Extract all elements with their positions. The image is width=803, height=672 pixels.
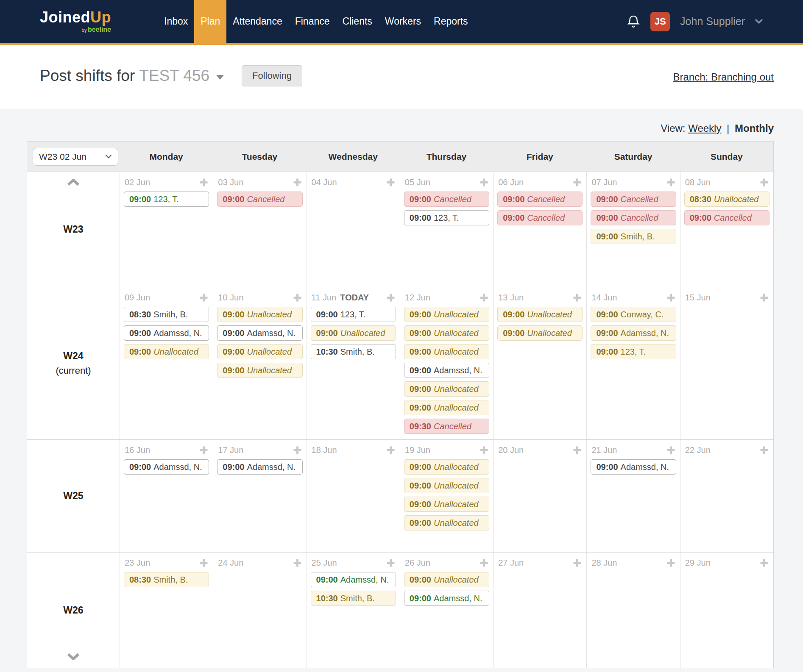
shift-chip[interactable]: 09:00Adamssd, N.: [404, 591, 489, 606]
add-shift-plus-icon[interactable]: [293, 446, 302, 455]
shift-chip[interactable]: 09:00Unallocated: [404, 459, 489, 475]
shift-chip[interactable]: 09:00123, T.: [591, 344, 676, 359]
shift-chip[interactable]: 09:00Unallocated: [124, 344, 209, 359]
add-shift-plus-icon[interactable]: [293, 178, 302, 187]
add-shift-plus-icon[interactable]: [760, 293, 769, 302]
shift-chip[interactable]: 10:30Smith, B.: [311, 344, 396, 359]
day-cell-25-jun: 25 Jun09:00Adamssd, N.10:30Smith, B.: [307, 553, 400, 668]
add-shift-plus-icon[interactable]: [760, 178, 769, 187]
notifications-bell-icon[interactable]: [627, 14, 640, 29]
shift-chip[interactable]: 09:00Adamssd, N.: [124, 459, 209, 475]
shift-chip[interactable]: 09:00Conway, C.: [591, 307, 676, 322]
shift-chip[interactable]: 09:00123, T.: [404, 210, 489, 225]
shift-chip[interactable]: 09:00Adamssd, N.: [217, 325, 302, 341]
shift-chip[interactable]: 09:30Cancelled: [404, 419, 489, 434]
add-shift-plus-icon[interactable]: [480, 446, 488, 455]
branch-link[interactable]: Branch: Branching out: [673, 71, 774, 83]
nav-item-finance[interactable]: Finance: [289, 0, 336, 43]
nav-item-inbox[interactable]: Inbox: [158, 0, 194, 43]
shift-chip[interactable]: 09:00Cancelled: [591, 210, 676, 225]
shift-chip[interactable]: 09:00Unallocated: [497, 307, 583, 322]
shift-status: Unallocated: [434, 518, 479, 528]
shift-chip[interactable]: 09:00123, T.: [311, 307, 396, 322]
add-shift-plus-icon[interactable]: [666, 446, 675, 455]
shift-chip[interactable]: 09:00Adamssd, N.: [404, 363, 489, 378]
add-shift-plus-icon[interactable]: [293, 293, 302, 302]
shift-chip[interactable]: 08:30Smith, B.: [124, 307, 209, 322]
shift-chip[interactable]: 09:00Adamssd, N.: [311, 572, 396, 587]
add-shift-plus-icon[interactable]: [573, 446, 582, 455]
shift-chip[interactable]: 09:00Unallocated: [311, 325, 396, 341]
add-shift-plus-icon[interactable]: [386, 446, 395, 455]
add-shift-plus-icon[interactable]: [199, 446, 208, 455]
shift-chip[interactable]: 09:00Smith, B.: [591, 229, 676, 244]
shift-chip[interactable]: 09:00Unallocated: [404, 572, 489, 587]
entity-dropdown-caret-icon[interactable]: [216, 75, 224, 80]
shift-chip[interactable]: 08:30Unallocated: [684, 192, 770, 207]
add-shift-plus-icon[interactable]: [386, 178, 395, 187]
day-date: 18 Jun: [312, 445, 337, 455]
shift-chip[interactable]: 09:00Unallocated: [404, 515, 489, 530]
add-shift-plus-icon[interactable]: [666, 558, 675, 567]
add-shift-plus-icon[interactable]: [573, 293, 582, 302]
shift-status: Unallocated: [434, 384, 479, 394]
nav-item-clients[interactable]: Clients: [336, 0, 379, 43]
add-shift-plus-icon[interactable]: [293, 558, 302, 567]
shift-chip[interactable]: 09:00Cancelled: [684, 210, 770, 225]
shift-chip[interactable]: 09:00Unallocated: [217, 307, 302, 322]
nav-item-workers[interactable]: Workers: [379, 0, 427, 43]
nav-item-plan[interactable]: Plan: [194, 0, 226, 43]
shift-status: Cancelled: [621, 194, 658, 204]
nav-item-attendance[interactable]: Attendance: [226, 0, 288, 43]
next-week-chevron-down-icon[interactable]: [67, 653, 80, 662]
shift-chip[interactable]: 10:30Smith, B.: [311, 591, 396, 606]
shift-chip[interactable]: 09:00Unallocated: [404, 307, 489, 322]
shift-chip[interactable]: 09:00Adamssd, N.: [124, 325, 209, 341]
add-shift-plus-icon[interactable]: [760, 446, 769, 455]
view-weekly-link[interactable]: Weekly: [688, 122, 721, 134]
shift-chip[interactable]: 09:00Adamssd, N.: [591, 459, 676, 475]
add-shift-plus-icon[interactable]: [199, 293, 208, 302]
shift-chip[interactable]: 09:00Unallocated: [404, 400, 489, 415]
shift-chip[interactable]: 09:00Unallocated: [404, 325, 489, 341]
shift-chip[interactable]: 09:00Unallocated: [217, 363, 302, 378]
add-shift-plus-icon[interactable]: [199, 558, 208, 567]
shift-chip[interactable]: 09:00Unallocated: [217, 344, 302, 359]
add-shift-plus-icon[interactable]: [666, 293, 675, 302]
add-shift-plus-icon[interactable]: [386, 293, 395, 302]
week-selector[interactable]: W23 02 Jun: [33, 148, 118, 166]
add-shift-plus-icon[interactable]: [573, 178, 582, 187]
following-button[interactable]: Following: [242, 65, 302, 86]
shift-chip[interactable]: 09:00Adamssd, N.: [217, 459, 302, 475]
add-shift-plus-icon[interactable]: [386, 558, 395, 567]
shift-chip[interactable]: 09:00Cancelled: [217, 192, 302, 207]
shift-chip[interactable]: 09:00123, T.: [124, 192, 209, 207]
day-cell-header: 02 Jun: [125, 178, 208, 187]
shift-chip[interactable]: 09:00Cancelled: [404, 192, 489, 207]
add-shift-plus-icon[interactable]: [480, 293, 488, 302]
add-shift-plus-icon[interactable]: [760, 558, 769, 567]
shift-chip[interactable]: 09:00Unallocated: [404, 478, 489, 493]
shift-time: 08:30: [129, 310, 151, 319]
shift-chip[interactable]: 09:00Cancelled: [497, 210, 583, 225]
previous-week-chevron-up-icon[interactable]: [67, 179, 80, 188]
add-shift-plus-icon[interactable]: [666, 178, 675, 187]
user-avatar[interactable]: JS: [650, 12, 670, 31]
add-shift-plus-icon[interactable]: [573, 558, 582, 567]
nav-item-reports[interactable]: Reports: [427, 0, 474, 43]
add-shift-plus-icon[interactable]: [480, 178, 488, 187]
shift-chip[interactable]: 09:00Unallocated: [404, 344, 489, 359]
user-menu-chevron-down-icon[interactable]: [755, 19, 763, 24]
shift-chip[interactable]: 09:00Cancelled: [591, 192, 676, 207]
user-name[interactable]: John Supplier: [680, 15, 745, 28]
shift-chip[interactable]: 09:00Unallocated: [404, 381, 489, 397]
shift-chip[interactable]: 09:00Cancelled: [497, 192, 583, 207]
shift-chip[interactable]: 09:00Unallocated: [497, 325, 583, 341]
add-shift-plus-icon[interactable]: [199, 178, 208, 187]
shift-chip[interactable]: 09:00Adamssd, N.: [591, 325, 676, 341]
shift-chip[interactable]: 08:30Smith, B.: [124, 572, 209, 587]
today-badge: TODAY: [340, 293, 369, 303]
joinedup-logo[interactable]: JoinedUp bybeeline: [40, 0, 111, 43]
add-shift-plus-icon[interactable]: [480, 558, 488, 567]
shift-chip[interactable]: 09:00Unallocated: [404, 497, 489, 512]
